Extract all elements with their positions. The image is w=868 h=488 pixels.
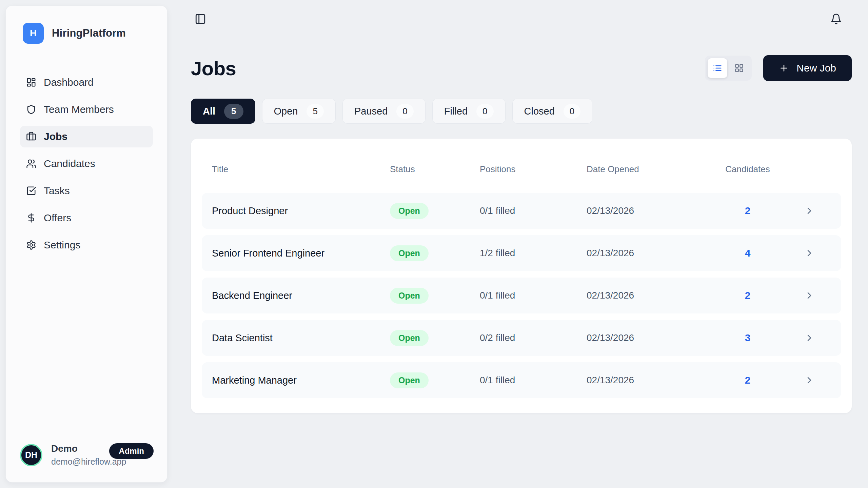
square-check-icon bbox=[26, 186, 36, 196]
chevron-right-icon bbox=[804, 248, 815, 259]
chevron-right-icon bbox=[804, 205, 815, 216]
table-row[interactable]: Data Scientist Open 0/2 filled 02/13/202… bbox=[202, 320, 841, 356]
page-head: Jobs New Job bbox=[191, 55, 852, 81]
new-job-button[interactable]: New Job bbox=[763, 55, 852, 81]
job-candidates-count[interactable]: 2 bbox=[722, 374, 773, 386]
job-positions: 0/1 filled bbox=[480, 290, 587, 301]
chevron-right-icon bbox=[804, 290, 815, 301]
chevron-right-icon bbox=[804, 332, 815, 343]
brand-logo: H bbox=[23, 23, 44, 44]
filter-tab-filled[interactable]: Filled 0 bbox=[432, 99, 506, 124]
user-name: Demo bbox=[51, 443, 100, 454]
gear-icon bbox=[26, 240, 36, 250]
notifications-button[interactable] bbox=[830, 13, 842, 25]
column-header-title: Title bbox=[212, 164, 390, 175]
job-date-opened: 02/13/2026 bbox=[587, 332, 722, 343]
bell-icon bbox=[830, 13, 842, 25]
job-candidates-count[interactable]: 2 bbox=[722, 290, 773, 301]
layout-dashboard-icon bbox=[26, 77, 36, 87]
role-badge: Admin bbox=[109, 443, 154, 459]
job-date-opened: 02/13/2026 bbox=[587, 375, 722, 386]
jobs-table-card: Title Status Positions Date Opened Candi… bbox=[191, 139, 852, 413]
sidebar-item-offers[interactable]: Offers bbox=[20, 207, 153, 229]
avatar: DH bbox=[20, 444, 42, 466]
status-badge: Open bbox=[390, 288, 429, 304]
status-badge: Open bbox=[390, 372, 429, 388]
sidebar-item-team-members[interactable]: Team Members bbox=[20, 99, 153, 120]
filter-count-badge: 0 bbox=[396, 104, 413, 119]
layout-grid-icon bbox=[734, 63, 744, 73]
shield-icon bbox=[26, 104, 36, 115]
sidebar-item-candidates[interactable]: Candidates bbox=[20, 153, 153, 175]
job-positions: 1/2 filled bbox=[480, 248, 587, 259]
main-content: Jobs New Job All 5 Open 5 Paused 0 bbox=[191, 38, 852, 413]
job-title: Marketing Manager bbox=[212, 375, 390, 386]
job-date-opened: 02/13/2026 bbox=[587, 205, 722, 216]
job-date-opened: 02/13/2026 bbox=[587, 248, 722, 259]
filter-tab-closed[interactable]: Closed 0 bbox=[512, 99, 593, 124]
chevron-right-icon bbox=[804, 375, 815, 386]
sidebar-item-dashboard[interactable]: Dashboard bbox=[20, 72, 153, 93]
list-icon bbox=[713, 63, 722, 73]
job-date-opened: 02/13/2026 bbox=[587, 290, 722, 301]
user-profile[interactable]: DH Demo demo@hireflow.app Admin bbox=[6, 433, 167, 482]
users-icon bbox=[26, 159, 36, 169]
filter-tab-paused[interactable]: Paused 0 bbox=[342, 99, 426, 124]
sidebar-item-tasks[interactable]: Tasks bbox=[20, 180, 153, 202]
status-badge: Open bbox=[390, 245, 429, 261]
job-positions: 0/1 filled bbox=[480, 375, 587, 386]
table-header-row: Title Status Positions Date Opened Candi… bbox=[202, 163, 841, 175]
grid-view-button[interactable] bbox=[729, 58, 749, 78]
sidebar-header: H HiringPlatform bbox=[6, 6, 167, 44]
list-view-button[interactable] bbox=[708, 58, 727, 78]
table-row[interactable]: Senior Frontend Engineer Open 1/2 filled… bbox=[202, 235, 841, 271]
job-candidates-count[interactable]: 2 bbox=[722, 205, 773, 217]
sidebar-item-jobs[interactable]: Jobs bbox=[20, 126, 153, 147]
job-candidates-count[interactable]: 3 bbox=[722, 332, 773, 344]
filter-tab-open[interactable]: Open 5 bbox=[262, 99, 336, 124]
filter-count-badge: 0 bbox=[564, 104, 580, 119]
filter-count-badge: 0 bbox=[476, 104, 493, 119]
job-title: Product Designer bbox=[212, 205, 390, 217]
table-row[interactable]: Product Designer Open 0/1 filled 02/13/2… bbox=[202, 193, 841, 229]
job-positions: 0/2 filled bbox=[480, 332, 587, 343]
dollar-sign-icon bbox=[26, 213, 36, 223]
job-candidates-count[interactable]: 4 bbox=[722, 247, 773, 259]
job-title: Data Scientist bbox=[212, 332, 390, 344]
job-title: Senior Frontend Engineer bbox=[212, 248, 390, 259]
filter-count-badge: 5 bbox=[224, 104, 243, 119]
sidebar: H HiringPlatform Dashboard Team Members … bbox=[5, 5, 167, 483]
brand-name: HiringPlatform bbox=[52, 27, 126, 39]
panel-left-icon bbox=[195, 13, 206, 25]
status-badge: Open bbox=[390, 203, 429, 219]
topbar bbox=[173, 0, 868, 38]
sidebar-item-settings[interactable]: Settings bbox=[20, 234, 153, 256]
status-badge: Open bbox=[390, 330, 429, 346]
user-email: demo@hireflow.app bbox=[51, 457, 100, 467]
table-body: Product Designer Open 0/1 filled 02/13/2… bbox=[202, 193, 841, 398]
plus-icon bbox=[779, 63, 789, 73]
filter-tab-all[interactable]: All 5 bbox=[191, 99, 255, 124]
job-positions: 0/1 filled bbox=[480, 205, 587, 216]
briefcase-icon bbox=[26, 131, 36, 142]
column-header-status: Status bbox=[390, 164, 480, 175]
page-title: Jobs bbox=[191, 57, 236, 80]
table-row[interactable]: Backend Engineer Open 0/1 filled 02/13/2… bbox=[202, 278, 841, 313]
sidebar-toggle-button[interactable] bbox=[195, 13, 206, 25]
view-toggle bbox=[705, 56, 752, 81]
sidebar-nav: Dashboard Team Members Jobs Candidates T… bbox=[6, 72, 167, 256]
column-header-date: Date Opened bbox=[587, 164, 722, 175]
status-filter-tabs: All 5 Open 5 Paused 0 Filled 0 Closed 0 bbox=[191, 99, 852, 124]
column-header-positions: Positions bbox=[480, 164, 587, 175]
filter-count-badge: 5 bbox=[307, 104, 323, 119]
column-header-candidates: Candidates bbox=[722, 164, 773, 175]
table-row[interactable]: Marketing Manager Open 0/1 filled 02/13/… bbox=[202, 362, 841, 398]
job-title: Backend Engineer bbox=[212, 290, 390, 301]
